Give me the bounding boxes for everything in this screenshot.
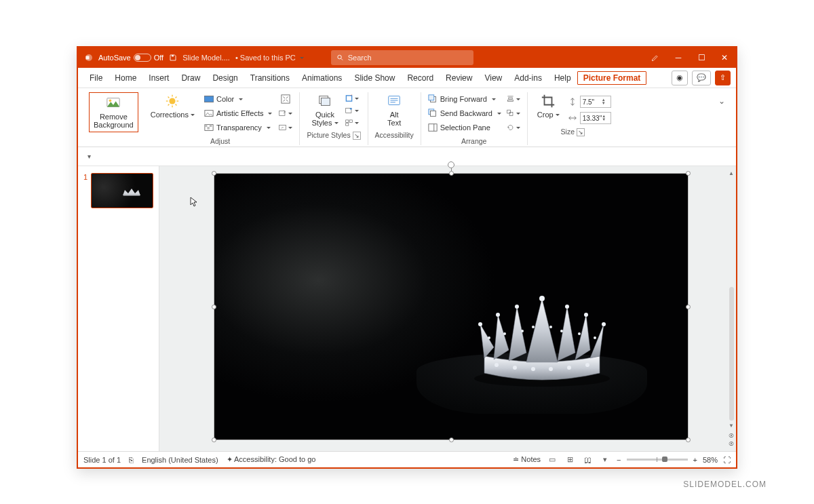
svg-point-60 <box>521 330 524 332</box>
crop-button[interactable]: Crop <box>535 92 562 120</box>
tab-design[interactable]: Design <box>206 68 244 88</box>
compress-pictures-button[interactable] <box>279 94 292 104</box>
fit-to-window-button[interactable]: ⛶ <box>723 456 731 464</box>
maximize-button[interactable]: ☐ <box>690 47 713 68</box>
ink-icon[interactable] <box>644 47 667 68</box>
resize-handle-tm[interactable] <box>449 171 454 176</box>
color-button[interactable]: Color <box>204 92 272 106</box>
svg-rect-21 <box>210 125 212 128</box>
search-box[interactable] <box>331 50 473 65</box>
align-button[interactable] <box>507 94 520 104</box>
picture-layout-button[interactable] <box>345 118 359 128</box>
picture-border-button[interactable] <box>345 94 359 103</box>
resize-handle-tr[interactable] <box>686 171 691 176</box>
vertical-scrollbar[interactable]: ▲ ▼ ⦿ ⦿ <box>726 170 736 447</box>
transparency-button[interactable]: Transparency <box>204 121 272 134</box>
slide-thumbnails-pane[interactable]: 1 <box>78 166 159 451</box>
svg-point-66 <box>495 363 499 367</box>
reading-view-icon[interactable]: 🕮 <box>581 455 594 465</box>
scroll-down-icon[interactable]: ▼ <box>729 423 734 429</box>
tab-view[interactable]: View <box>478 68 508 88</box>
svg-point-61 <box>532 326 535 328</box>
resize-handle-ml[interactable] <box>212 305 216 309</box>
slideshow-view-icon[interactable]: ▾ <box>599 455 611 465</box>
share-button[interactable]: ⇧ <box>715 71 731 85</box>
group-label-accessibility: Accessibility <box>375 131 414 139</box>
close-button[interactable]: ✕ <box>713 47 736 68</box>
slide-canvas-area[interactable]: ▲ ▼ ⦿ ⦿ <box>159 166 736 451</box>
ribbon: Remove Background Corrections Color <box>78 88 736 147</box>
selection-pane-icon <box>428 123 438 132</box>
tab-record[interactable]: Record <box>401 68 440 88</box>
slide-counter: Slide 1 of 1 <box>83 456 121 464</box>
tab-home[interactable]: Home <box>109 68 142 88</box>
change-picture-button[interactable] <box>279 109 292 118</box>
picture-effects-button[interactable] <box>345 106 359 115</box>
resize-handle-bl[interactable] <box>212 438 216 442</box>
tab-file[interactable]: File <box>83 68 109 88</box>
tab-transitions[interactable]: Transitions <box>244 68 296 88</box>
scroll-up-icon[interactable]: ▲ <box>729 170 734 176</box>
send-backward-button[interactable]: Send Backward <box>428 106 501 120</box>
svg-point-51 <box>478 322 482 326</box>
svg-rect-32 <box>349 119 352 121</box>
search-input[interactable] <box>348 54 468 62</box>
rotate-button[interactable] <box>507 123 520 132</box>
resize-handle-tl[interactable] <box>212 171 216 176</box>
status-bar: Slide 1 of 1 ⎘ English (United States) ✦… <box>78 451 736 467</box>
height-input[interactable]: 7.5"▲▼ <box>580 96 611 108</box>
corrections-button[interactable]: Corrections <box>148 92 197 134</box>
accessibility-status[interactable]: ✦ Accessibility: Good to go <box>227 455 316 464</box>
bring-forward-icon <box>428 94 438 104</box>
app-window: AutoSave Off Slide Model.... • Saved to … <box>77 46 737 469</box>
tab-draw[interactable]: Draw <box>175 68 206 88</box>
artistic-effects-button[interactable]: Artistic Effects <box>204 106 272 120</box>
zoom-level[interactable]: 58% <box>703 456 718 464</box>
qat-customize-icon[interactable]: ▾ <box>88 153 91 160</box>
ribbon-collapse-button[interactable]: ⌄ <box>714 92 732 145</box>
tab-slide-show[interactable]: Slide Show <box>348 68 401 88</box>
tab-review[interactable]: Review <box>440 68 478 88</box>
selected-picture[interactable] <box>214 173 689 440</box>
quick-styles-button[interactable]: Quick Styles <box>309 92 341 128</box>
comments-button[interactable]: 💬 <box>692 71 711 85</box>
width-input[interactable]: 13.33"▲▼ <box>580 112 611 124</box>
notes-button[interactable]: ≐ Notes <box>513 455 541 464</box>
group-button[interactable] <box>507 109 520 118</box>
selection-pane-button[interactable]: Selection Pane <box>428 121 501 134</box>
quick-styles-icon <box>317 94 332 109</box>
remove-background-button[interactable]: Remove Background <box>89 92 138 132</box>
svg-point-62 <box>549 326 552 328</box>
svg-point-59 <box>503 332 506 335</box>
resize-handle-br[interactable] <box>686 438 691 442</box>
normal-view-icon[interactable]: ▭ <box>546 455 558 465</box>
resize-handle-mr[interactable] <box>686 305 691 309</box>
zoom-slider[interactable] <box>627 459 688 461</box>
slide-thumbnail-1[interactable] <box>91 173 153 208</box>
minimize-button[interactable]: ─ <box>667 47 690 68</box>
svg-rect-17 <box>204 96 214 102</box>
next-slide-icon[interactable]: ⦿ <box>729 441 734 447</box>
alt-text-button[interactable]: Alt Text <box>384 92 404 128</box>
rotate-handle[interactable] <box>448 161 454 168</box>
save-icon[interactable] <box>169 54 177 62</box>
language-status[interactable]: English (United States) <box>142 456 218 464</box>
svg-line-15 <box>168 104 170 106</box>
zoom-out-button[interactable]: − <box>617 456 621 464</box>
remove-bg-label-1: Remove <box>100 113 128 121</box>
tab-insert[interactable]: Insert <box>142 68 175 88</box>
tab-picture-format[interactable]: Picture Format <box>577 71 647 85</box>
tab-help[interactable]: Help <box>548 68 577 88</box>
prev-slide-icon[interactable]: ⦿ <box>729 433 734 439</box>
zoom-in-button[interactable]: + <box>693 456 697 464</box>
bring-forward-button[interactable]: Bring Forward <box>428 92 501 106</box>
spellcheck-icon[interactable]: ⎘ <box>129 456 134 464</box>
resize-handle-bm[interactable] <box>449 438 454 442</box>
reset-picture-button[interactable] <box>279 123 292 132</box>
autosave-toggle[interactable]: AutoSave Off <box>98 54 163 62</box>
tab-addins[interactable]: Add-ins <box>508 68 548 88</box>
camera-button[interactable]: ◉ <box>672 71 688 85</box>
tab-animations[interactable]: Animations <box>296 68 348 88</box>
remove-background-icon <box>106 96 121 111</box>
sorter-view-icon[interactable]: ⊞ <box>564 455 576 465</box>
